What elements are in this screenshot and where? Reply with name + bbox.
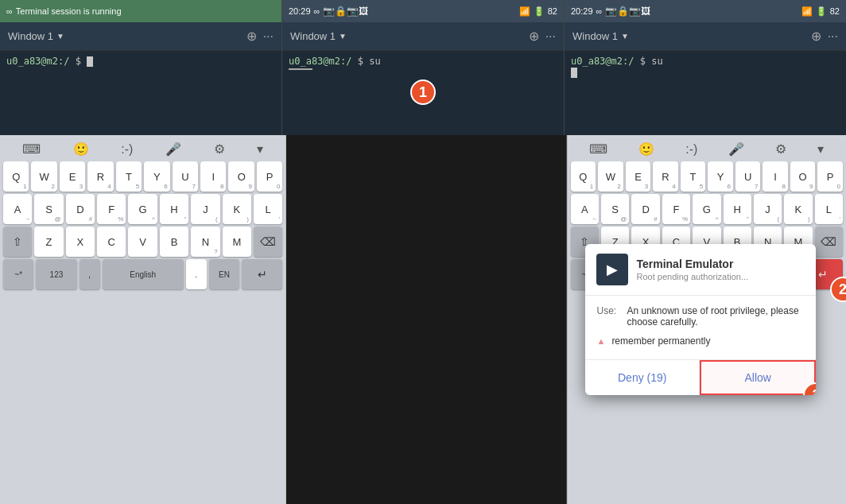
deny-button[interactable]: Deny (19) [585, 360, 700, 395]
dropdown-arrow-3[interactable]: ▼ [621, 32, 629, 41]
emoji-icon-1[interactable]: 🙂 [73, 142, 89, 157]
dialog-use-label: Use: [596, 305, 620, 328]
title-bar-3: Window 1 ▼ ⊕ ··· [565, 22, 846, 51]
battery-icon-3: 🔋 [816, 6, 827, 17]
key-g[interactable]: G^ [128, 194, 157, 224]
cursor-3 [571, 68, 577, 78]
terminal-content-1[interactable]: u0_a83@m2:/ $ [0, 51, 281, 135]
key-period-1[interactable]: . [186, 259, 207, 289]
remember-text: remember permanently [611, 335, 710, 347]
dialog-use-row: Use: An unknown use of root privilege, p… [596, 305, 805, 328]
key-123-1[interactable]: 123 [36, 259, 76, 289]
key-j[interactable]: J( [191, 194, 219, 224]
cursor-1 [87, 56, 93, 67]
key-o[interactable]: O9 [228, 161, 254, 192]
command-2: $ su [358, 56, 381, 67]
keyboard-toolbar-1: ⌨ 🙂 :-) 🎤 ⚙ ▾ [3, 140, 282, 161]
key-q[interactable]: Q1 [3, 161, 29, 192]
mic-icon-1[interactable]: 🎤 [165, 142, 181, 157]
key-n[interactable]: N? [191, 227, 219, 257]
warning-icon: ▲ [596, 336, 605, 346]
key-shift-1[interactable]: ⇧ [3, 227, 32, 257]
key-i[interactable]: I8 [200, 161, 226, 192]
status-bar-1: ∞ Terminal session is running [0, 0, 281, 22]
key-s[interactable]: S@ [34, 194, 63, 224]
key-tilde-star-1[interactable]: ~* [3, 259, 33, 289]
key-m[interactable]: M [223, 227, 251, 257]
key-h[interactable]: H" [160, 194, 188, 224]
key-a[interactable]: A~ [3, 194, 32, 224]
key-v[interactable]: V [128, 227, 157, 257]
dialog-overlay: ▶ Terminal Emulator Root pending authori… [556, 135, 846, 504]
allow-button[interactable]: Allow [700, 360, 817, 395]
title-bar-2: Window 1 ▼ ⊕ ··· [282, 22, 564, 51]
wifi-icon-2: 📶 [519, 6, 530, 17]
key-lang-1[interactable]: English [103, 259, 184, 289]
key-c[interactable]: C [97, 227, 126, 257]
status-icons-3: 📷🔒📷🖼 [605, 6, 650, 17]
root-auth-dialog: ▶ Terminal Emulator Root pending authori… [585, 244, 816, 395]
dialog-app-name: Terminal Emulator [636, 258, 748, 270]
status-text-1: Terminal session is running [16, 6, 122, 16]
add-window-btn-2[interactable]: ⊕ [529, 29, 539, 44]
key-f[interactable]: F% [97, 194, 126, 224]
key-enter-1[interactable]: ↵ [242, 259, 282, 289]
command-1: $ [76, 56, 87, 67]
dialog-body: Use: An unknown use of root privilege, p… [585, 296, 816, 359]
prompt-2: u0_a83@m2:/ [289, 56, 351, 67]
more-options-btn-3[interactable]: ··· [828, 29, 838, 44]
dropdown-arrow-1[interactable]: ▼ [56, 32, 64, 41]
infinity-icon-2: ∞ [314, 6, 320, 16]
more-options-btn-2[interactable]: ··· [545, 29, 556, 44]
key-t[interactable]: T5 [116, 161, 142, 192]
infinity-icon-1: ∞ [6, 6, 13, 16]
key-d[interactable]: D# [66, 194, 95, 224]
key-y[interactable]: Y6 [144, 161, 169, 192]
key-p[interactable]: P0 [257, 161, 282, 192]
dialog-actions: Deny (19) Allow [585, 359, 816, 395]
key-row-z: ⇧ Z X C V B N? M ⌫ [3, 227, 282, 257]
key-l[interactable]: L' [254, 194, 282, 224]
command-3: $ su [640, 56, 663, 67]
key-comma-1[interactable]: , [80, 259, 100, 289]
key-row-a: A~ S@ D# F% G^ H" J( K) L' [3, 194, 282, 224]
add-window-btn-1[interactable]: ⊕ [246, 29, 257, 44]
key-b[interactable]: B [160, 227, 188, 257]
key-backspace-1[interactable]: ⌫ [254, 227, 282, 257]
bottom-middle-space [286, 135, 566, 504]
window-title-1: Window 1 ▼ [8, 30, 246, 42]
status-icons-2: 📷🔒📷🖼 [323, 6, 368, 17]
window-title-3: Window 1 ▼ [572, 30, 811, 42]
key-u[interactable]: U7 [173, 161, 198, 192]
key-k[interactable]: K) [223, 194, 251, 224]
prompt-3: u0_a83@m2:/ [571, 56, 634, 67]
battery-icon-2: 🔋 [534, 6, 545, 17]
key-en-1[interactable]: EN [209, 259, 239, 289]
key-z[interactable]: Z [34, 227, 63, 257]
dialog-use-text: An unknown use of root privilege, please… [627, 305, 805, 328]
terminal-panel-2: 20:29 ∞ 📷🔒📷🖼 📶 🔋 82 Window 1 ▼ ⊕ ··· u0_… [282, 0, 565, 135]
settings-icon-1[interactable]: ⚙ [214, 142, 225, 157]
add-window-btn-3[interactable]: ⊕ [811, 29, 821, 44]
terminal-content-3[interactable]: u0_a83@m2:/ $ su [565, 51, 846, 135]
key-e[interactable]: E3 [60, 161, 85, 192]
more-options-btn-1[interactable]: ··· [263, 29, 274, 44]
key-w[interactable]: W2 [31, 161, 56, 192]
status-bar-2: 20:29 ∞ 📷🔒📷🖼 📶 🔋 82 [282, 0, 564, 22]
key-row-bottom-1: ~* 123 , English . EN ↵ [3, 259, 282, 289]
dialog-header: ▶ Terminal Emulator Root pending authori… [585, 244, 816, 296]
more-icon-1[interactable]: ▾ [257, 142, 263, 157]
emoticon-icon-1[interactable]: :-) [121, 142, 133, 157]
keyboard-icon-1[interactable]: ⌨ [22, 142, 41, 157]
terminal-emulator-icon: ▶ [596, 254, 628, 285]
prompt-1: u0_a83@m2:/ [6, 56, 69, 67]
key-x[interactable]: X [66, 227, 95, 257]
dialog-subtitle: Root pending authorization... [636, 272, 748, 281]
time-3: 20:29 [571, 6, 593, 16]
dialog-remember: ▲ remember permanently [596, 335, 805, 347]
key-r[interactable]: R4 [87, 161, 113, 192]
window-title-2: Window 1 ▼ [290, 30, 529, 42]
dropdown-arrow-2[interactable]: ▼ [339, 32, 347, 41]
battery-level-3: 82 [830, 6, 840, 16]
infinity-icon-3: ∞ [596, 6, 603, 16]
